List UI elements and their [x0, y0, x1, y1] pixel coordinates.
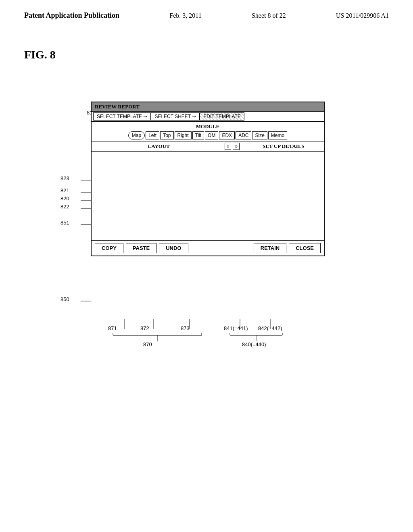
publication-date: Feb. 3, 2011 — [169, 12, 201, 19]
sheet-number: Sheet 8 of 22 — [252, 12, 286, 19]
undo-button[interactable]: UNDO — [159, 243, 188, 253]
nav-right-button[interactable]: » — [233, 143, 240, 150]
module-btn-om[interactable]: OM — [205, 131, 218, 139]
ref-821: 821 — [60, 187, 69, 193]
setup-label: SET UP DETAILS — [263, 143, 305, 150]
module-btn-left[interactable]: Left — [146, 131, 159, 139]
module-btn-right[interactable]: Right — [175, 131, 192, 139]
diagram-wrapper: 810(=410) 811(=411) 812(=412) 813(=413) … — [24, 102, 389, 256]
ref-820: 820 — [60, 195, 69, 202]
figure-label: FIG. 8 — [24, 48, 389, 61]
setup-section: SET UP DETAILS — [243, 141, 324, 151]
publication-title: Patent Application Publication — [24, 11, 119, 20]
module-btn-edx[interactable]: EDX — [219, 131, 235, 139]
module-btn-map[interactable]: Map — [128, 131, 145, 139]
module-section: MODULE Map Left Top Right Tilt OM EDX AD… — [92, 122, 324, 141]
module-label: MODULE — [95, 123, 321, 130]
setup-canvas — [243, 152, 324, 240]
retain-button[interactable]: RETAIN — [254, 243, 286, 253]
ui-window: REVIEW REPORT SELECT TEMPLATE ⇒ SELECT S… — [91, 102, 325, 256]
module-buttons: Map Left Top Right Tilt OM EDX ADC Size … — [95, 131, 321, 139]
layout-canvas — [92, 152, 243, 240]
edit-template-button[interactable]: EDIT TEMPLATE — [200, 112, 244, 121]
close-button[interactable]: CLOSE — [289, 243, 321, 253]
module-btn-adc[interactable]: ADC — [236, 131, 251, 139]
page-header: Patent Application Publication Feb. 3, 2… — [0, 0, 413, 24]
bottom-buttons: COPY PASTE UNDO RETAIN CLOSE — [92, 240, 324, 256]
ref-842: 842(=442) — [258, 325, 282, 331]
select-template-button[interactable]: SELECT TEMPLATE ⇒ — [93, 112, 151, 121]
nav-left-button[interactable]: « — [225, 143, 232, 150]
layout-section: LAYOUT « » — [92, 141, 243, 151]
ref-871: 871 — [108, 325, 117, 331]
ref-840: 840(=440) — [242, 341, 266, 347]
module-btn-size[interactable]: Size — [252, 131, 267, 139]
ref-822: 822 — [60, 204, 69, 210]
module-btn-memo[interactable]: Memo — [268, 131, 287, 139]
ui-titlebar: REVIEW REPORT — [92, 102, 324, 112]
layout-label: LAYOUT — [95, 143, 223, 150]
ref-872: 872 — [140, 325, 149, 331]
ref-823: 823 — [60, 175, 69, 181]
work-area — [92, 152, 324, 240]
patent-number: US 2011/029906 A1 — [336, 12, 389, 19]
ref-850: 850 — [60, 296, 69, 302]
main-content: FIG. 8 — [0, 24, 413, 272]
paste-button[interactable]: PASTE — [126, 243, 156, 253]
ref-851: 851 — [60, 220, 69, 226]
ref-841: 841(=441) — [224, 325, 248, 331]
ref-870: 870 — [143, 341, 152, 347]
ui-toolbar: SELECT TEMPLATE ⇒ SELECT SHEET ⇒ EDIT TE… — [92, 112, 324, 122]
titlebar-text: REVIEW REPORT — [95, 104, 140, 110]
module-btn-top[interactable]: Top — [160, 131, 173, 139]
module-btn-tilt[interactable]: Tilt — [192, 131, 204, 139]
ref-873: 873 — [181, 325, 190, 331]
select-sheet-button[interactable]: SELECT SHEET ⇒ — [151, 112, 200, 121]
copy-button[interactable]: COPY — [95, 243, 123, 253]
layout-row: LAYOUT « » SET UP DETAILS — [92, 141, 324, 152]
